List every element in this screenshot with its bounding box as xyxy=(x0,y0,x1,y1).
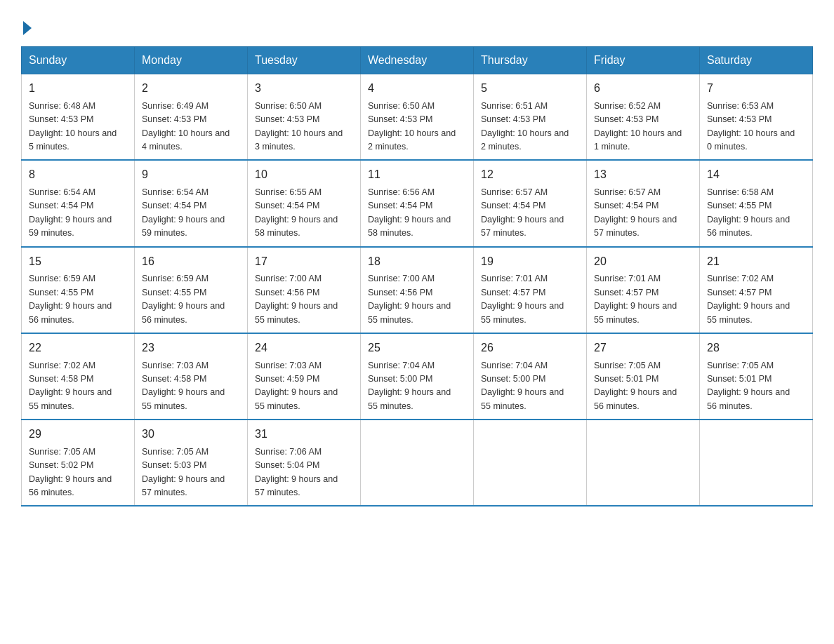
col-tuesday: Tuesday xyxy=(248,47,361,74)
table-row: 2Sunrise: 6:49 AMSunset: 4:53 PMDaylight… xyxy=(135,74,248,161)
day-info: Sunrise: 6:51 AMSunset: 4:53 PMDaylight:… xyxy=(481,100,579,154)
day-info: Sunrise: 7:02 AMSunset: 4:58 PMDaylight:… xyxy=(29,359,127,414)
table-row: 20Sunrise: 7:01 AMSunset: 4:57 PMDayligh… xyxy=(587,247,700,333)
header-row: Sunday Monday Tuesday Wednesday Thursday… xyxy=(22,47,813,74)
col-sunday: Sunday xyxy=(22,47,135,74)
day-info: Sunrise: 6:59 AMSunset: 4:55 PMDaylight:… xyxy=(29,272,127,327)
table-row: 3Sunrise: 6:50 AMSunset: 4:53 PMDaylight… xyxy=(248,74,361,161)
calendar-table: Sunday Monday Tuesday Wednesday Thursday… xyxy=(21,46,813,507)
table-row: 19Sunrise: 7:01 AMSunset: 4:57 PMDayligh… xyxy=(474,247,587,333)
day-info: Sunrise: 7:05 AMSunset: 5:02 PMDaylight:… xyxy=(29,445,127,500)
day-info: Sunrise: 6:55 AMSunset: 4:54 PMDaylight:… xyxy=(255,186,353,241)
day-info: Sunrise: 7:03 AMSunset: 4:59 PMDaylight:… xyxy=(255,359,353,414)
table-row: 10Sunrise: 6:55 AMSunset: 4:54 PMDayligh… xyxy=(248,160,361,246)
calendar-week-4: 22Sunrise: 7:02 AMSunset: 4:58 PMDayligh… xyxy=(22,333,813,420)
table-row: 7Sunrise: 6:53 AMSunset: 4:53 PMDaylight… xyxy=(700,74,813,161)
day-number: 29 xyxy=(29,426,127,443)
calendar-body: 1Sunrise: 6:48 AMSunset: 4:53 PMDaylight… xyxy=(22,74,813,507)
table-row: 11Sunrise: 6:56 AMSunset: 4:54 PMDayligh… xyxy=(361,160,474,246)
day-number: 14 xyxy=(707,166,805,184)
table-row: 23Sunrise: 7:03 AMSunset: 4:58 PMDayligh… xyxy=(135,333,248,420)
table-row: 31Sunrise: 7:06 AMSunset: 5:04 PMDayligh… xyxy=(248,420,361,506)
calendar-week-1: 1Sunrise: 6:48 AMSunset: 4:53 PMDaylight… xyxy=(22,74,813,161)
table-row: 1Sunrise: 6:48 AMSunset: 4:53 PMDaylight… xyxy=(22,74,135,161)
day-number: 12 xyxy=(481,166,579,184)
table-row: 24Sunrise: 7:03 AMSunset: 4:59 PMDayligh… xyxy=(248,333,361,420)
table-row: 16Sunrise: 6:59 AMSunset: 4:55 PMDayligh… xyxy=(135,247,248,333)
day-info: Sunrise: 6:57 AMSunset: 4:54 PMDaylight:… xyxy=(594,186,692,241)
day-number: 9 xyxy=(142,166,240,184)
day-info: Sunrise: 7:05 AMSunset: 5:03 PMDaylight:… xyxy=(142,445,240,500)
page-header xyxy=(21,14,813,34)
day-info: Sunrise: 7:01 AMSunset: 4:57 PMDaylight:… xyxy=(481,272,579,327)
table-row xyxy=(361,420,474,506)
day-info: Sunrise: 6:50 AMSunset: 4:53 PMDaylight:… xyxy=(255,100,353,154)
table-row: 18Sunrise: 7:00 AMSunset: 4:56 PMDayligh… xyxy=(361,247,474,333)
day-number: 16 xyxy=(142,253,240,271)
calendar-week-5: 29Sunrise: 7:05 AMSunset: 5:02 PMDayligh… xyxy=(22,420,813,506)
col-thursday: Thursday xyxy=(474,47,587,74)
table-row: 29Sunrise: 7:05 AMSunset: 5:02 PMDayligh… xyxy=(22,420,135,506)
day-number: 27 xyxy=(594,340,692,357)
day-info: Sunrise: 7:05 AMSunset: 5:01 PMDaylight:… xyxy=(594,359,692,414)
day-info: Sunrise: 6:49 AMSunset: 4:53 PMDaylight:… xyxy=(142,100,240,154)
day-number: 11 xyxy=(368,166,466,184)
day-info: Sunrise: 6:52 AMSunset: 4:53 PMDaylight:… xyxy=(594,100,692,154)
day-info: Sunrise: 7:03 AMSunset: 4:58 PMDaylight:… xyxy=(142,359,240,414)
table-row: 22Sunrise: 7:02 AMSunset: 4:58 PMDayligh… xyxy=(22,333,135,420)
table-row xyxy=(474,420,587,506)
col-friday: Friday xyxy=(587,47,700,74)
logo xyxy=(21,14,32,34)
col-wednesday: Wednesday xyxy=(361,47,474,74)
day-number: 10 xyxy=(255,166,353,184)
day-number: 6 xyxy=(594,80,692,98)
table-row: 28Sunrise: 7:05 AMSunset: 5:01 PMDayligh… xyxy=(700,333,813,420)
day-info: Sunrise: 6:59 AMSunset: 4:55 PMDaylight:… xyxy=(142,272,240,327)
day-number: 5 xyxy=(481,80,579,98)
day-info: Sunrise: 6:56 AMSunset: 4:54 PMDaylight:… xyxy=(368,186,466,241)
day-info: Sunrise: 6:54 AMSunset: 4:54 PMDaylight:… xyxy=(29,186,127,241)
table-row: 4Sunrise: 6:50 AMSunset: 4:53 PMDaylight… xyxy=(361,74,474,161)
day-number: 30 xyxy=(142,426,240,443)
table-row: 13Sunrise: 6:57 AMSunset: 4:54 PMDayligh… xyxy=(587,160,700,246)
calendar-week-2: 8Sunrise: 6:54 AMSunset: 4:54 PMDaylight… xyxy=(22,160,813,246)
table-row: 26Sunrise: 7:04 AMSunset: 5:00 PMDayligh… xyxy=(474,333,587,420)
day-info: Sunrise: 6:53 AMSunset: 4:53 PMDaylight:… xyxy=(707,100,805,154)
day-number: 23 xyxy=(142,340,240,357)
day-info: Sunrise: 7:01 AMSunset: 4:57 PMDaylight:… xyxy=(594,272,692,327)
table-row: 15Sunrise: 6:59 AMSunset: 4:55 PMDayligh… xyxy=(22,247,135,333)
day-number: 18 xyxy=(368,253,466,271)
day-info: Sunrise: 6:54 AMSunset: 4:54 PMDaylight:… xyxy=(142,186,240,241)
table-row xyxy=(700,420,813,506)
col-saturday: Saturday xyxy=(700,47,813,74)
table-row xyxy=(587,420,700,506)
table-row: 8Sunrise: 6:54 AMSunset: 4:54 PMDaylight… xyxy=(22,160,135,246)
day-info: Sunrise: 7:00 AMSunset: 4:56 PMDaylight:… xyxy=(255,272,353,327)
table-row: 6Sunrise: 6:52 AMSunset: 4:53 PMDaylight… xyxy=(587,74,700,161)
day-number: 21 xyxy=(707,253,805,271)
day-number: 20 xyxy=(594,253,692,271)
day-number: 4 xyxy=(368,80,466,98)
day-number: 19 xyxy=(481,253,579,271)
day-info: Sunrise: 7:02 AMSunset: 4:57 PMDaylight:… xyxy=(707,272,805,327)
col-monday: Monday xyxy=(135,47,248,74)
day-info: Sunrise: 6:58 AMSunset: 4:55 PMDaylight:… xyxy=(707,186,805,241)
calendar-week-3: 15Sunrise: 6:59 AMSunset: 4:55 PMDayligh… xyxy=(22,247,813,333)
day-number: 26 xyxy=(481,340,579,357)
day-number: 8 xyxy=(29,166,127,184)
day-info: Sunrise: 7:06 AMSunset: 5:04 PMDaylight:… xyxy=(255,445,353,500)
day-number: 3 xyxy=(255,80,353,98)
day-info: Sunrise: 7:04 AMSunset: 5:00 PMDaylight:… xyxy=(481,359,579,414)
day-number: 31 xyxy=(255,426,353,443)
day-info: Sunrise: 7:05 AMSunset: 5:01 PMDaylight:… xyxy=(707,359,805,414)
day-number: 25 xyxy=(368,340,466,357)
day-info: Sunrise: 7:00 AMSunset: 4:56 PMDaylight:… xyxy=(368,272,466,327)
table-row: 21Sunrise: 7:02 AMSunset: 4:57 PMDayligh… xyxy=(700,247,813,333)
logo-arrow-icon xyxy=(23,21,32,35)
day-number: 13 xyxy=(594,166,692,184)
day-info: Sunrise: 6:50 AMSunset: 4:53 PMDaylight:… xyxy=(368,100,466,154)
day-number: 17 xyxy=(255,253,353,271)
day-number: 24 xyxy=(255,340,353,357)
day-number: 2 xyxy=(142,80,240,98)
table-row: 30Sunrise: 7:05 AMSunset: 5:03 PMDayligh… xyxy=(135,420,248,506)
